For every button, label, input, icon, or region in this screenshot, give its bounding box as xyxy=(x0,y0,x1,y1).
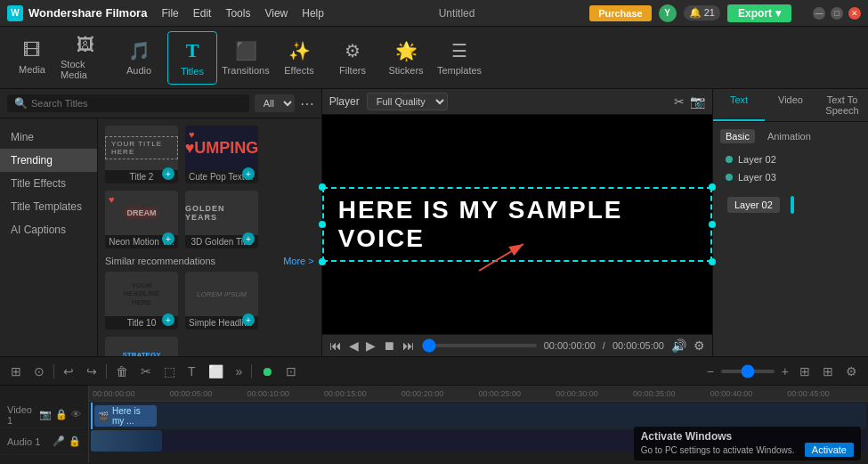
title-card-simple1[interactable]: LOREM IPSUM + Simple Headline... xyxy=(185,272,258,330)
video1-track-label: Video 1 xyxy=(7,404,34,426)
purchase-button[interactable]: Purchase xyxy=(589,5,652,21)
sidebar-item-ai-captions[interactable]: AI Captions xyxy=(0,218,97,241)
similar-label: Similar recommendations xyxy=(105,256,215,266)
toolbar-stickers[interactable]: 🌟 Stickers xyxy=(381,31,431,85)
layer-item-03[interactable]: Layer 03 xyxy=(720,168,861,186)
timeline-record-button[interactable]: ⏺ xyxy=(257,362,277,380)
timeline-toolbar: ⊞ ⊙ ↩ ↪ 🗑 ✂ ⬚ T ⬜ » ⏺ ⊡ − + ⊞ ⊞ ⚙ xyxy=(0,357,868,386)
playback-slider[interactable] xyxy=(422,344,537,347)
snapshot-icon[interactable]: 📷 xyxy=(690,94,705,109)
menu-help[interactable]: Help xyxy=(302,7,324,20)
more-options-button[interactable]: ⋯ xyxy=(300,95,314,112)
title-card-3d-golden[interactable]: GOLDEN YEARS + 3D Golden Title xyxy=(185,191,258,248)
quality-select[interactable]: Full Quality Half Quality xyxy=(367,93,448,110)
stop-button[interactable]: ⏹ xyxy=(383,338,395,353)
similar-row: YOURHEADLINEHERE + Title 10 LOREM IPSUM … xyxy=(105,272,314,356)
search-input[interactable] xyxy=(31,98,242,109)
zoom-in-button[interactable]: + xyxy=(778,362,792,380)
video1-track-icons: 📷 🔒 👁 xyxy=(39,409,81,420)
minimize-button[interactable]: — xyxy=(813,7,825,20)
subtab-basic[interactable]: Basic xyxy=(720,129,755,143)
title-card-title2[interactable]: YOUR TITLE HERE + Title 2 xyxy=(105,126,178,183)
track-eye-icon[interactable]: 👁 xyxy=(71,409,81,420)
track-mic-icon[interactable]: 🎤 xyxy=(53,436,65,447)
ruler-mark-9: 00:00:45:00 xyxy=(787,389,864,398)
layer-03-dot xyxy=(726,174,733,181)
skip-forward-button[interactable]: ⏭ xyxy=(402,338,415,353)
ruler-mark-0: 00:00:00:00 xyxy=(93,389,170,398)
ruler-mark-1: 00:00:05:00 xyxy=(170,389,247,398)
tab-text[interactable]: Text xyxy=(713,89,765,121)
layer-02-dot xyxy=(726,156,733,163)
timeline-redo-button[interactable]: ↪ xyxy=(83,362,101,380)
cut-icon[interactable]: ✂ xyxy=(674,94,685,109)
timeline-text-button[interactable]: T xyxy=(184,362,199,380)
layer-item-02[interactable]: Layer 02 xyxy=(720,151,861,168)
toolbar-media[interactable]: 🎞 Media xyxy=(7,31,57,85)
filter-dropdown[interactable]: All xyxy=(255,94,295,112)
app-logo: W Wondershare Filmora xyxy=(7,5,147,21)
more-link[interactable]: More > xyxy=(283,256,314,266)
zoom-slider[interactable] xyxy=(721,370,775,373)
menu-view[interactable]: View xyxy=(264,7,288,20)
skip-back-button[interactable]: ⏮ xyxy=(329,338,342,353)
tab-video[interactable]: Video xyxy=(765,89,816,121)
audio1-track-icons: 🎤 🔒 xyxy=(53,436,81,447)
toolbar-titles[interactable]: T Titles xyxy=(167,31,217,85)
menu-edit[interactable]: Edit xyxy=(193,7,212,20)
maximize-button[interactable]: □ xyxy=(831,7,843,20)
time-current: 00:00:00:00 xyxy=(544,340,596,351)
sidebar-item-title-templates[interactable]: Title Templates xyxy=(0,195,97,218)
menu-tools[interactable]: Tools xyxy=(225,7,250,20)
window-controls: — □ ✕ xyxy=(813,7,861,20)
activate-windows-button[interactable]: Activate xyxy=(805,443,854,457)
timeline-add-button[interactable]: ⊞ xyxy=(7,362,25,380)
sample-text[interactable]: HERE IS MY SAMPLE VOICE xyxy=(322,187,712,262)
export-button[interactable]: Export ▾ xyxy=(727,4,791,22)
subtab-animation[interactable]: Animation xyxy=(762,129,816,143)
toolbar-audio[interactable]: 🎵 Audio xyxy=(114,31,164,85)
toolbar-effects[interactable]: ✨ Effects xyxy=(274,31,324,85)
menu-file[interactable]: File xyxy=(161,7,178,20)
volume-button[interactable]: 🔊 xyxy=(671,338,686,353)
track-camera-icon[interactable]: 📷 xyxy=(39,409,52,420)
timeline-snap-button[interactable]: ⊡ xyxy=(282,362,300,380)
track-lock-icon[interactable]: 🔒 xyxy=(55,409,68,420)
fit-button[interactable]: ⊞ xyxy=(796,362,814,380)
clip-icon: 🎬 xyxy=(98,411,109,421)
step-back-button[interactable]: ◀ xyxy=(349,338,359,353)
close-button[interactable]: ✕ xyxy=(848,7,861,20)
zoom-out-button[interactable]: − xyxy=(703,362,718,380)
timeline-cut-button[interactable]: ✂ xyxy=(137,362,155,380)
sidebar-item-title-effects[interactable]: Title Effects xyxy=(0,172,97,195)
play-button[interactable]: ▶ xyxy=(366,338,376,353)
audio-label: Audio xyxy=(126,65,151,76)
title-card-title10[interactable]: YOURHEADLINEHERE + Title 10 xyxy=(105,272,178,330)
toolbar-templates[interactable]: ☰ Templates xyxy=(434,31,484,85)
sidebar-item-mine[interactable]: Mine xyxy=(0,126,97,149)
video-clip[interactable]: 🎬 Here is my ... xyxy=(94,405,157,427)
tab-text-to-speech[interactable]: Text To Speech xyxy=(816,89,868,121)
layout-button[interactable]: ⊞ xyxy=(819,362,837,380)
sidebar-item-trending[interactable]: Trending xyxy=(0,149,97,172)
toolbar-filters[interactable]: ⚙ Filters xyxy=(328,31,377,85)
timeline-magnet-button[interactable]: ⊙ xyxy=(30,362,48,380)
toolbar-transitions[interactable]: ⬛ Transitions xyxy=(221,31,271,85)
settings-button[interactable]: ⚙ xyxy=(694,338,705,353)
ruler-mark-7: 00:00:35:00 xyxy=(633,389,710,398)
title-card-simple2[interactable]: STRATEGYPLAYER + Simple Headline... xyxy=(105,337,178,356)
track-audio-lock-icon[interactable]: 🔒 xyxy=(69,436,81,447)
toolbar-stock-media[interactable]: 🖼 Stock Media xyxy=(61,31,110,85)
timeline-more-button[interactable]: » xyxy=(232,362,247,380)
activate-windows-badge: Activate Windows Go to PC settings to ac… xyxy=(634,427,861,460)
timeline-undo-button[interactable]: ↩ xyxy=(60,362,77,380)
timeline-transform-button[interactable]: ⬜ xyxy=(205,362,227,380)
simple1-plus-icon: + xyxy=(242,313,255,326)
audio-icon: 🎵 xyxy=(128,40,150,61)
settings-tl-button[interactable]: ⚙ xyxy=(842,362,861,380)
title-card-cute-pop[interactable]: ♥UMPING ♥ + Cute Pop Text 04 xyxy=(185,126,258,183)
player-toolbar-icons: ✂ 📷 xyxy=(674,94,705,109)
timeline-delete-button[interactable]: 🗑 xyxy=(112,362,132,380)
title-card-neon[interactable]: DREAM ♥ + Neon Motion V... xyxy=(105,191,178,248)
timeline-split-button[interactable]: ⬚ xyxy=(160,362,179,380)
